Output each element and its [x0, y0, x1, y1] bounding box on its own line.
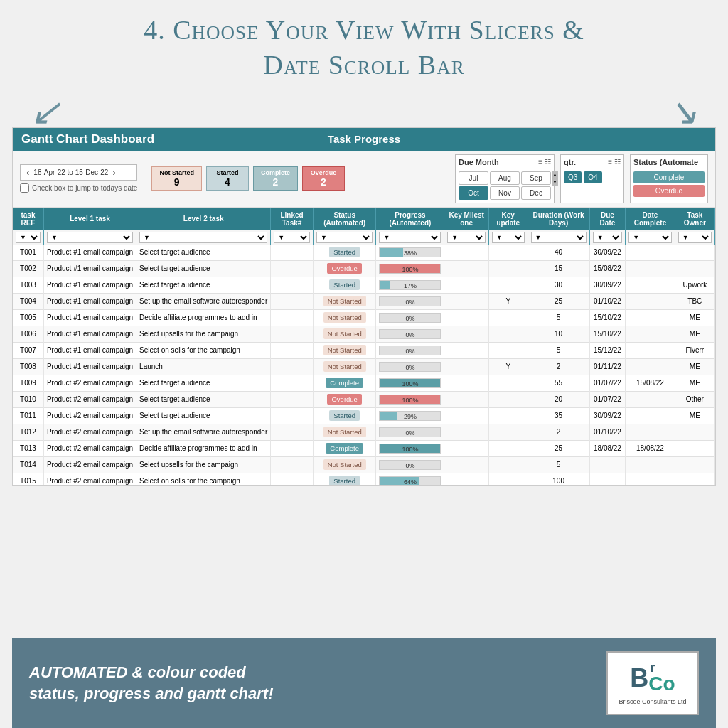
- filter-dur-select[interactable]: ▼: [531, 232, 587, 243]
- progress-bar: 0%: [379, 296, 441, 306]
- month-jul-btn[interactable]: Jul: [459, 171, 488, 185]
- page-title-line1: 4. Choose Your View With Slicers &: [144, 13, 584, 48]
- cell-ref: T006: [13, 326, 43, 342]
- cell-ref: T002: [13, 260, 43, 277]
- today-label: Check box to jump to todays date: [32, 184, 137, 192]
- date-next-button[interactable]: ›: [111, 167, 117, 178]
- cell-progress: 100%: [376, 375, 444, 391]
- progress-bar: 100%: [379, 378, 441, 388]
- date-range-label: 18-Apr-22 to 15-Dec-22: [33, 168, 108, 176]
- progress-label: 100%: [380, 379, 440, 389]
- filter-complete-select[interactable]: ▼: [628, 232, 671, 243]
- slicer-filter-icon[interactable]: ≡: [538, 158, 542, 166]
- cell-keym: [444, 440, 489, 456]
- month-sep-btn[interactable]: Sep: [521, 171, 551, 185]
- cell-due: 30/09/22: [589, 245, 626, 261]
- cell-keyu: [488, 245, 528, 261]
- cell-duration: 25: [528, 293, 589, 309]
- cell-keym: [444, 424, 489, 440]
- q4-btn[interactable]: Q4: [584, 171, 601, 183]
- cell-l1: Product #2 email campaign: [43, 424, 136, 440]
- stat-complete-label: Complete: [261, 169, 290, 176]
- progress-bar: 0%: [379, 346, 441, 355]
- slicer-clear-icon[interactable]: ☷: [545, 158, 551, 166]
- filter-keym-select[interactable]: ▼: [447, 232, 486, 243]
- cell-ref: T008: [13, 358, 43, 375]
- col-key-m: Key Milest one: [444, 208, 489, 230]
- cell-owner: ME: [675, 309, 714, 326]
- status-badge: Complete: [326, 378, 363, 388]
- cell-due: 01/07/22: [589, 391, 626, 407]
- month-scroll-up[interactable]: ▲: [552, 171, 558, 178]
- table-row: T006 Product #1 email campaign Select up…: [13, 326, 715, 342]
- status-overdue-btn[interactable]: Overdue: [633, 185, 705, 197]
- filter-keyu-select[interactable]: ▼: [492, 232, 525, 243]
- filter-l2-select[interactable]: ▼: [139, 232, 267, 243]
- filter-due-select[interactable]: ▼: [593, 232, 623, 243]
- q3-btn[interactable]: Q3: [564, 171, 582, 183]
- col-level2: Level 2 task: [136, 208, 271, 230]
- progress-label: 0%: [380, 346, 440, 356]
- cell-status: Started: [313, 245, 376, 261]
- stat-started-value: 4: [214, 176, 241, 188]
- cell-duration: 10: [528, 326, 589, 342]
- progress-label: 0%: [380, 428, 440, 438]
- cell-complete: [626, 358, 675, 375]
- cell-progress: 100%: [376, 391, 444, 407]
- cell-linked: [271, 326, 314, 342]
- cell-progress: 0%: [376, 326, 444, 342]
- due-month-slicer: Due Month ≡ ☷ Jul Aug Sep Oct Nov: [455, 154, 555, 203]
- status-badge: Not Started: [323, 296, 366, 306]
- filter-progress-select[interactable]: ▼: [379, 232, 441, 243]
- cell-duration: 25: [528, 440, 589, 456]
- controls-row: ‹ 18-Apr-22 to 15-Dec-22 › Check box to …: [13, 151, 715, 208]
- cell-linked: [271, 245, 314, 261]
- cell-duration: 35: [528, 407, 589, 424]
- filter-due: ▼: [589, 230, 626, 245]
- filter-ref-select[interactable]: ▼: [16, 232, 41, 243]
- filter-keym: ▼: [444, 230, 489, 245]
- status-badge: Overdue: [327, 394, 361, 405]
- cell-l1: Product #1 email campaign: [43, 358, 136, 375]
- qtr-filter-icon[interactable]: ≡: [608, 158, 612, 166]
- cell-keyu: [488, 456, 528, 473]
- cell-duration: 5: [528, 342, 589, 358]
- cell-status: Not Started: [313, 456, 376, 473]
- date-prev-button[interactable]: ‹: [25, 167, 31, 178]
- logo-c: Co: [648, 674, 675, 694]
- month-aug-btn[interactable]: Aug: [490, 171, 520, 185]
- cell-ref: T001: [13, 245, 43, 261]
- table-row: T008 Product #1 email campaign Launch No…: [13, 358, 715, 375]
- month-nov-btn[interactable]: Nov: [490, 186, 520, 200]
- cell-duration: 15: [528, 260, 589, 277]
- cell-l2: Select target audience: [136, 277, 271, 293]
- filter-status-select[interactable]: ▼: [316, 232, 373, 243]
- col-linked: Linked Task#: [271, 208, 314, 230]
- table-row: T011 Product #2 email campaign Select ta…: [13, 407, 715, 424]
- cell-linked: [271, 260, 314, 277]
- qtr-clear-icon[interactable]: ☷: [614, 158, 621, 166]
- cell-status: Not Started: [313, 326, 376, 342]
- status-badge: Started: [329, 279, 360, 290]
- filter-l1-select[interactable]: ▼: [47, 232, 133, 243]
- cell-l2: Select target audience: [136, 260, 271, 277]
- month-dec-btn[interactable]: Dec: [521, 186, 551, 200]
- date-navigator[interactable]: ‹ 18-Apr-22 to 15-Dec-22 ›: [20, 164, 137, 181]
- progress-bar: 0%: [379, 329, 441, 339]
- status-complete-btn[interactable]: Complete: [633, 171, 705, 183]
- today-checkbox[interactable]: [20, 183, 29, 193]
- month-scroll-down[interactable]: ▼: [552, 178, 558, 186]
- month-oct-btn[interactable]: Oct: [459, 186, 488, 200]
- filter-owner-select[interactable]: ▼: [678, 232, 712, 243]
- cell-ref: T003: [13, 277, 43, 293]
- filter-linked-select[interactable]: ▼: [274, 232, 310, 243]
- col-key-u: Key update: [488, 208, 528, 230]
- cell-complete: [626, 277, 675, 293]
- cell-complete: 18/08/22: [626, 440, 675, 456]
- cell-status: Not Started: [313, 424, 376, 440]
- cell-complete: [626, 342, 675, 358]
- cell-ref: T007: [13, 342, 43, 358]
- status-badge: Started: [329, 247, 360, 257]
- gantt-table: task REF Level 1 task Level 2 task Linke…: [13, 208, 715, 485]
- cell-l2: Select on sells for the campaign: [136, 473, 271, 485]
